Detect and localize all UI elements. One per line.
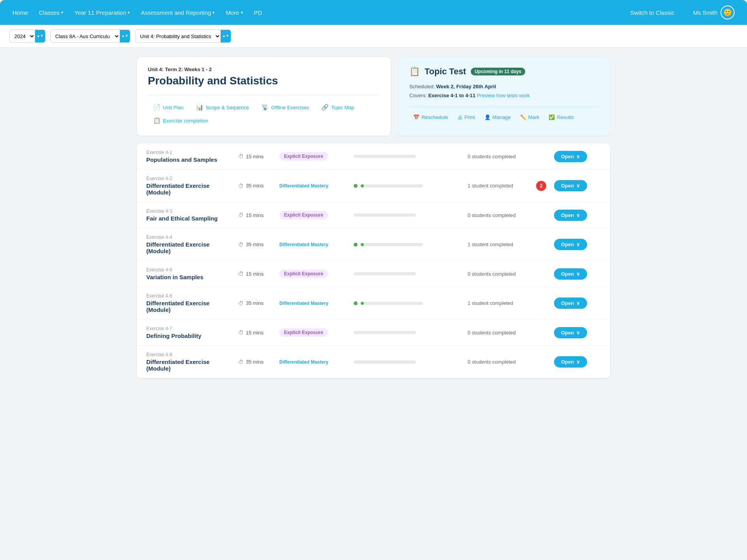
test-card: 📋 Topic Test Upcoming in 11 days Schedul…	[398, 57, 610, 136]
manage-icon: 👤	[484, 114, 491, 120]
open-button-5[interactable]: Open ∨	[554, 298, 587, 309]
exercise-info-6: Exercise 4-7 Defining Probability	[146, 326, 232, 339]
top-cards-row: Unit 4: Term 2: Weeks 1 - 2 Probability …	[137, 57, 610, 136]
exercise-name-3: Differentiated Exercise (Module)	[146, 241, 232, 254]
unit-select-wrap[interactable]: Unit 4: Probability and Statistics ▲▼	[135, 30, 231, 43]
test-actions: 📅Reschedule🖨Print👤Manage✏️Mark✅Results	[409, 107, 599, 122]
progress-bar-7	[354, 360, 416, 364]
time-value-6: 15 mins	[246, 330, 264, 336]
results-label: Results	[557, 114, 573, 120]
print-label: Print	[465, 114, 475, 120]
exercise-row: Exercise 4-4 Differentiated Exercise (Mo…	[137, 228, 610, 261]
unit-card: Unit 4: Term 2: Weeks 1 - 2 Probability …	[137, 57, 391, 136]
open-button-3[interactable]: Open ∨	[554, 239, 587, 250]
open-button-2[interactable]: Open ∨	[554, 210, 587, 221]
exercise-num-0: Exercise 4-1	[146, 150, 232, 155]
year-select[interactable]: 2024	[10, 30, 35, 42]
topic-map-label: Topic Map	[331, 105, 354, 110]
scope-sequence-label: Scope & Sequence	[206, 105, 249, 110]
open-button-0[interactable]: Open ∨	[554, 151, 587, 162]
open-chevron-6: ∨	[576, 330, 580, 336]
exercise-time-3: ⏱ 35 mins	[238, 242, 273, 248]
open-chevron-4: ∨	[576, 271, 580, 277]
open-label-2: Open	[561, 212, 574, 218]
nav-classes[interactable]: Classes	[39, 9, 63, 16]
nav-more[interactable]: More	[226, 9, 243, 16]
progress-bar-5	[361, 302, 423, 305]
unit-tab-unit-plan[interactable]: 📄Unit Plan	[148, 102, 189, 113]
exercise-completion-label: Exercise completion	[163, 118, 208, 124]
exercise-name-6: Defining Probability	[146, 332, 232, 339]
scope-sequence-icon: 📊	[196, 104, 203, 111]
unit-select[interactable]: Unit 4: Probability and Statistics	[135, 30, 221, 42]
badge-count-1: 2	[536, 181, 546, 191]
open-label-1: Open	[561, 183, 574, 189]
exercise-progress-2	[354, 214, 461, 217]
offline-exercises-icon: 📡	[261, 104, 269, 111]
exercise-info-1: Exercise 4-2 Differentiated Exercise (Mo…	[146, 176, 232, 196]
open-button-6[interactable]: Open ∨	[554, 327, 587, 338]
open-button-1[interactable]: Open ∨	[554, 180, 587, 191]
clock-icon-6: ⏱	[238, 329, 244, 336]
open-button-7[interactable]: Open ∨	[554, 356, 587, 368]
exercise-num-5: Exercise 4-6	[146, 293, 232, 299]
year-select-arrows: ▲▼	[35, 30, 45, 42]
clock-icon-7: ⏱	[238, 359, 244, 365]
exercise-completed-2: 0 students completed	[468, 212, 530, 218]
year-select-wrap[interactable]: 2024 ▲▼	[9, 30, 46, 43]
exercise-type-3: Differentiated Mastery	[279, 240, 347, 249]
progress-bar-6	[354, 331, 416, 334]
unit-tab-exercise-completion[interactable]: 📋Exercise completion	[148, 115, 214, 126]
test-action-reschedule[interactable]: 📅Reschedule	[409, 112, 452, 122]
nav-assessment[interactable]: Assessment and Reporting	[141, 9, 215, 16]
test-action-results[interactable]: ✅Results	[545, 112, 577, 122]
exercise-time-6: ⏱ 15 mins	[238, 329, 273, 336]
preview-link[interactable]: Preview how tests work	[477, 93, 530, 98]
nav-home[interactable]: Home	[12, 9, 28, 16]
open-chevron-1: ∨	[576, 183, 580, 189]
open-button-4[interactable]: Open ∨	[554, 268, 587, 280]
exercise-progress-5	[354, 301, 461, 305]
unit-tab-offline-exercises[interactable]: 📡Offline Exercises	[256, 102, 314, 113]
test-icon: 📋	[409, 66, 420, 77]
exercise-num-7: Exercise 4-8	[146, 352, 232, 357]
exercise-actions-6: Open ∨	[554, 327, 601, 338]
test-action-print[interactable]: 🖨Print	[454, 112, 479, 122]
open-label-7: Open	[561, 359, 574, 365]
unit-tab-topic-map[interactable]: 🔗Topic Map	[316, 102, 359, 113]
nav-pd[interactable]: PD	[254, 9, 262, 16]
exercise-name-7: Differentiated Exercise (Module)	[146, 359, 232, 372]
navbar: Home Classes Year 11 Preparation Assessm…	[0, 0, 747, 25]
exercise-name-2: Fair and Ethical Sampling	[146, 215, 232, 222]
unit-plan-label: Unit Plan	[163, 105, 184, 110]
class-select-wrap[interactable]: Class 8A - Aus Curriculu ▲▼	[50, 30, 130, 43]
unit-meta: Unit 4: Term 2: Weeks 1 - 2	[148, 66, 380, 72]
time-value-3: 35 mins	[246, 242, 264, 247]
progress-bar-2	[354, 214, 416, 217]
exercise-row: Exercise 4-8 Differentiated Exercise (Mo…	[137, 346, 610, 378]
switch-classic-button[interactable]: Switch to Classic	[630, 9, 674, 16]
navbar-right: Switch to Classic Ms Smith 🙂	[630, 5, 735, 19]
toolbar: 2024 ▲▼ Class 8A - Aus Curriculu ▲▼ Unit…	[0, 25, 747, 48]
user-menu-button[interactable]: Ms Smith 🙂	[693, 5, 735, 19]
reschedule-icon: 📅	[413, 114, 419, 120]
time-value-2: 15 mins	[246, 212, 264, 218]
open-chevron-2: ∨	[576, 212, 580, 218]
exercise-info-2: Exercise 4-3 Fair and Ethical Sampling	[146, 208, 232, 222]
exercise-row: Exercise 4-6 Differentiated Exercise (Mo…	[137, 287, 610, 320]
exercise-info-4: Exercise 4-5 Variation in Samples	[146, 267, 232, 280]
reschedule-label: Reschedule	[421, 114, 448, 120]
exercise-completed-7: 0 students completed	[468, 359, 530, 365]
test-action-manage[interactable]: 👤Manage	[480, 112, 515, 122]
test-action-mark[interactable]: ✏️Mark	[516, 112, 544, 122]
nav-year11[interactable]: Year 11 Preparation	[74, 9, 130, 16]
unit-tab-scope-sequence[interactable]: 📊Scope & Sequence	[191, 102, 254, 113]
progress-dot-1	[354, 184, 358, 188]
exercise-actions-2: Open ∨	[554, 210, 601, 221]
class-select[interactable]: Class 8A - Aus Curriculu	[51, 30, 120, 42]
exercise-time-0: ⏱ 15 mins	[238, 153, 273, 159]
exercise-type-0: Explicit Exposure	[279, 152, 347, 161]
covers-value: Exercise 4-1 to 4-11	[428, 93, 475, 98]
exercise-progress-7	[354, 360, 461, 364]
offline-exercises-label: Offline Exercises	[271, 105, 309, 110]
